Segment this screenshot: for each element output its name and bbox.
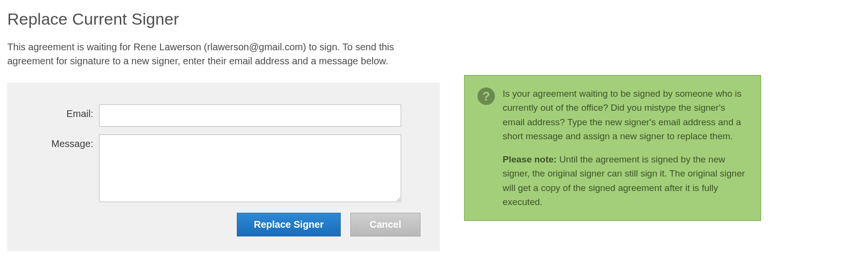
email-field[interactable] (99, 104, 401, 127)
help-icon: ? (477, 88, 495, 105)
page-description: This agreement is waiting for Rene Lawer… (7, 40, 440, 68)
info-paragraph-1: Is your agreement waiting to be signed b… (503, 87, 748, 144)
form-panel: Email: Message: Replace Signer Cancel (7, 83, 440, 251)
main-panel: Replace Current Signer This agreement is… (7, 10, 440, 251)
info-paragraph-2: Please note: Until the agreement is sign… (503, 152, 748, 209)
message-label: Message: (27, 134, 99, 149)
info-content: Is your agreement waiting to be signed b… (503, 87, 748, 209)
info-note-label: Please note: (503, 154, 557, 164)
message-field[interactable] (99, 134, 401, 202)
email-label: Email: (27, 104, 99, 119)
replace-signer-button[interactable]: Replace Signer (237, 213, 341, 236)
cancel-button[interactable]: Cancel (350, 213, 420, 236)
info-box: ? Is your agreement waiting to be signed… (464, 75, 761, 221)
page-title: Replace Current Signer (7, 10, 440, 29)
